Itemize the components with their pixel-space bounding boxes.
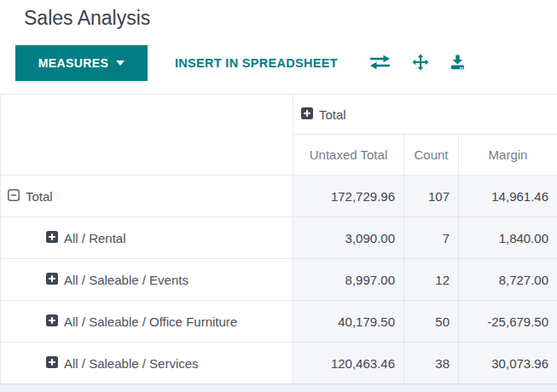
cell-services-untaxed[interactable]: 120,463.46	[293, 343, 404, 384]
flip-axis-button[interactable]	[365, 51, 395, 76]
expand-column-icon[interactable]	[301, 107, 313, 122]
measure-header-untaxed-total[interactable]: Untaxed Total	[293, 135, 404, 176]
measures-button-label: MEASURES	[38, 56, 109, 70]
cell-office-furniture-margin[interactable]: -25,679.50	[459, 301, 557, 343]
row-header-office-furniture[interactable]: All / Saleable / Office Furniture	[1, 301, 293, 343]
cell-total-count[interactable]: 107	[404, 176, 459, 217]
pivot-view: Sales Analysis MEASURES INSERT IN SPREAD…	[0, 0, 557, 392]
table-row: Total 172,729.96 107 14,961.46	[1, 176, 557, 217]
expand-all-icon	[412, 54, 429, 73]
cell-office-furniture-count[interactable]: 50	[404, 301, 459, 343]
pivot-corner-cell	[1, 95, 293, 176]
row-header-events[interactable]: All / Saleable / Events	[1, 259, 293, 301]
cell-events-margin[interactable]: 8,727.00	[459, 259, 557, 301]
cell-rental-margin[interactable]: 1,840.00	[459, 217, 557, 259]
row-header-services[interactable]: All / Saleable / Services	[1, 343, 293, 384]
row-header-rental[interactable]: All / Rental	[1, 217, 293, 259]
row-label: All / Saleable / Office Furniture	[64, 314, 237, 329]
row-label: All / Saleable / Services	[64, 356, 199, 371]
table-row: All / Rental 3,090.00 7 1,840.00	[1, 217, 557, 259]
table-row: All / Saleable / Office Furniture 40,179…	[1, 301, 557, 343]
row-header-total[interactable]: Total	[1, 176, 293, 217]
collapse-row-icon[interactable]	[8, 189, 20, 204]
cell-rental-count[interactable]: 7	[404, 217, 459, 259]
row-label: All / Saleable / Events	[64, 273, 189, 287]
cell-total-untaxed[interactable]: 172,729.96	[293, 176, 404, 217]
measure-header-count[interactable]: Count	[404, 135, 459, 176]
expand-row-icon[interactable]	[46, 273, 58, 287]
pivot-toolbar: MEASURES INSERT IN SPREADSHEET	[15, 45, 469, 81]
column-group-label: Total	[319, 107, 346, 122]
cell-total-margin[interactable]: 14,961.46	[459, 176, 557, 217]
page-title: Sales Analysis	[24, 7, 150, 30]
caret-down-icon	[116, 61, 125, 66]
column-group-total[interactable]: Total	[293, 95, 557, 135]
insert-in-spreadsheet-button[interactable]: INSERT IN SPREADSHEET	[168, 51, 345, 75]
table-row: All / Saleable / Services 120,463.46 38 …	[1, 343, 557, 384]
cell-events-count[interactable]: 12	[404, 259, 459, 301]
cell-events-untaxed[interactable]: 8,997.00	[293, 259, 404, 301]
expand-row-icon[interactable]	[46, 356, 58, 371]
row-label: Total	[26, 189, 53, 204]
download-button[interactable]	[446, 51, 469, 76]
cell-services-margin[interactable]: 30,073.96	[459, 343, 557, 384]
download-icon	[450, 55, 466, 72]
table-footer-strip	[0, 383, 557, 392]
expand-row-icon[interactable]	[46, 314, 58, 329]
table-row: All / Saleable / Events 8,997.00 12 8,72…	[1, 259, 557, 301]
pivot-table: Total Untaxed Total Count Margin Total	[0, 94, 557, 384]
measure-header-margin[interactable]: Margin	[459, 135, 557, 176]
row-label: All / Rental	[64, 231, 126, 245]
cell-rental-untaxed[interactable]: 3,090.00	[293, 217, 404, 259]
expand-all-button[interactable]	[409, 50, 432, 77]
cell-office-furniture-untaxed[interactable]: 40,179.50	[293, 301, 404, 343]
expand-row-icon[interactable]	[46, 231, 58, 245]
flip-axis-icon	[368, 55, 392, 72]
measures-button[interactable]: MEASURES	[15, 45, 148, 81]
cell-services-count[interactable]: 38	[404, 343, 459, 384]
